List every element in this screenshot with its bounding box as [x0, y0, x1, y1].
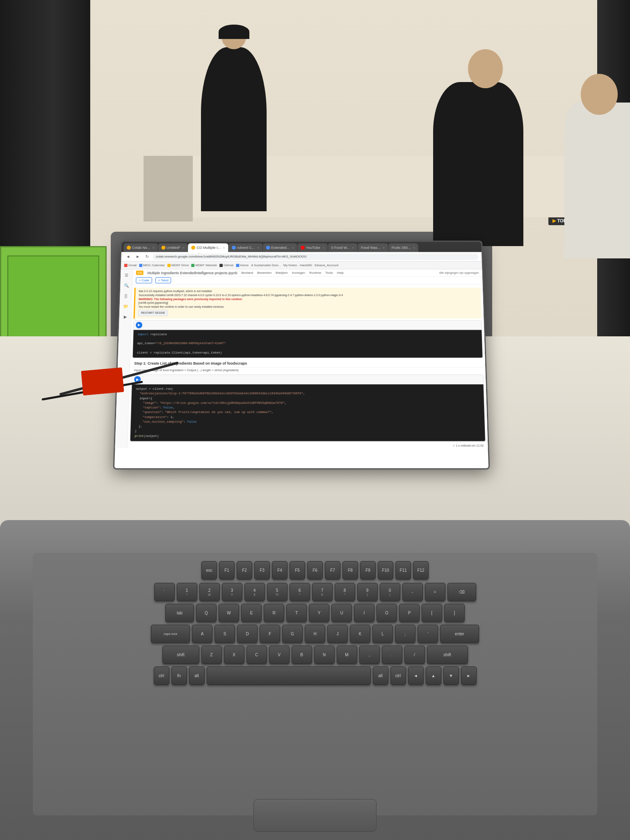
bookmark-calendar[interactable]: MDI1 Calendar — [139, 263, 165, 267]
key-w[interactable]: W — [219, 604, 239, 622]
key-f3[interactable]: F3 — [254, 561, 270, 580]
menu-bestand[interactable]: Bestand — [241, 271, 253, 275]
key-i[interactable]: I — [354, 604, 374, 622]
key-b[interactable]: B — [292, 646, 312, 664]
bookmark-home[interactable]: Home — [236, 263, 249, 267]
key-d[interactable]: D — [237, 625, 258, 643]
key-capslock[interactable]: caps lock — [151, 625, 190, 643]
key-h[interactable]: H — [305, 625, 325, 643]
back-button[interactable]: ◄ — [124, 253, 132, 259]
key-lbracket[interactable]: [ — [422, 604, 442, 622]
key-t[interactable]: T — [286, 604, 307, 622]
key-minus[interactable]: - — [402, 583, 423, 601]
colab-notebook-title[interactable]: Multiple Ingredients ExtendedIntelligenc… — [147, 271, 237, 275]
forward-button[interactable]: ► — [134, 253, 142, 259]
menu-runtime[interactable]: Runtime — [309, 271, 321, 275]
key-u[interactable]: U — [331, 604, 352, 622]
bookmark-gmail[interactable]: Gmail — [124, 263, 137, 267]
key-period[interactable]: . — [382, 646, 402, 664]
key-p[interactable]: P — [399, 604, 420, 622]
key-4[interactable]: 4$ — [244, 583, 265, 601]
key-rshift[interactable]: shift — [427, 646, 468, 664]
key-lshift[interactable]: shift — [162, 646, 199, 664]
sidebar-files-icon[interactable]: 📁 — [122, 303, 129, 310]
sidebar-terminal-icon[interactable]: ▶ — [121, 313, 129, 320]
add-code-button[interactable]: + Code — [136, 277, 152, 283]
key-a[interactable]: A — [192, 625, 212, 643]
key-down[interactable]: ▼ — [443, 667, 459, 685]
key-f8[interactable]: F8 — [342, 561, 358, 580]
key-fn[interactable]: fn — [171, 667, 187, 685]
key-f9[interactable]: F9 — [360, 561, 376, 580]
touchpad[interactable] — [253, 799, 377, 832]
key-quote[interactable]: ' — [418, 625, 438, 643]
key-0[interactable]: 0) — [380, 583, 400, 601]
key-f6[interactable]: F6 — [307, 561, 323, 580]
key-rbracket[interactable]: ] — [444, 604, 465, 622]
key-f12[interactable]: F12 — [413, 561, 429, 580]
cell-2-code[interactable]: output = client.run( "andreasjansson/bli… — [130, 384, 485, 441]
menu-bekijken[interactable]: Bekijken — [276, 271, 288, 275]
key-3[interactable]: 3# — [222, 583, 242, 601]
key-backtick[interactable]: ` — [154, 583, 175, 601]
key-r[interactable]: R — [264, 604, 284, 622]
sidebar-search-icon[interactable]: 🔍 — [123, 282, 130, 289]
key-esc[interactable]: esc — [201, 561, 217, 580]
key-semicolon[interactable]: ; — [395, 625, 415, 643]
key-o[interactable]: O — [377, 604, 397, 622]
key-y[interactable]: Y — [309, 604, 329, 622]
menu-tools[interactable]: Tools — [325, 271, 333, 275]
tab-extended[interactable]: Extended... × — [263, 243, 297, 252]
bookmark-drive[interactable]: MDEF Drive — [167, 263, 189, 267]
menu-bewerken[interactable]: Bewerken — [257, 271, 272, 275]
key-f5[interactable]: F5 — [290, 561, 305, 580]
key-z[interactable]: Z — [201, 646, 222, 664]
key-f1[interactable]: F1 — [219, 561, 235, 580]
key-right[interactable]: ► — [461, 667, 477, 685]
key-rctrl[interactable]: ctrl — [390, 667, 406, 685]
key-left[interactable]: ◄ — [408, 667, 424, 685]
key-g[interactable]: G — [282, 625, 303, 643]
key-backspace[interactable]: ⌫ — [447, 583, 476, 601]
key-lalt[interactable]: alt — [189, 667, 205, 685]
restart-session-button[interactable]: RESTART SESSIE — [138, 310, 168, 316]
bookmark-elisava[interactable]: Elisava_Account — [315, 263, 338, 267]
key-slash[interactable]: / — [404, 646, 425, 664]
key-f11[interactable]: F11 — [395, 561, 411, 580]
key-8[interactable]: 8* — [335, 583, 355, 601]
key-equals[interactable]: = — [425, 583, 445, 601]
tab-food1[interactable]: 0 Food W... × — [328, 243, 358, 252]
key-7[interactable]: 7& — [312, 583, 333, 601]
key-s[interactable]: S — [215, 625, 235, 643]
key-up[interactable]: ▲ — [426, 667, 441, 685]
key-f7[interactable]: F7 — [325, 561, 340, 580]
key-q[interactable]: Q — [196, 604, 217, 622]
key-f4[interactable]: F4 — [272, 561, 288, 580]
key-l[interactable]: L — [372, 625, 393, 643]
add-text-button[interactable]: + Tekst — [155, 277, 171, 283]
run-cell-1-button[interactable]: ▶ — [136, 322, 142, 328]
key-5[interactable]: 5% — [267, 583, 288, 601]
key-c[interactable]: C — [247, 646, 267, 664]
tab-youtube[interactable]: YouTube × — [297, 243, 328, 252]
key-enter[interactable]: enter — [440, 625, 479, 643]
tab-colab-1[interactable]: Colab No... × — [123, 243, 158, 252]
tab-multiple-active[interactable]: CO Multiple I... × — [188, 243, 228, 252]
tab-untitled[interactable]: Untitled* × — [158, 243, 188, 252]
menu-help[interactable]: Help — [337, 271, 343, 275]
address-bar[interactable]: colab.research.google.com/drive/1nid8N92… — [153, 253, 479, 260]
key-x[interactable]: X — [224, 646, 244, 664]
key-f[interactable]: F — [260, 625, 280, 643]
menu-invoegen[interactable]: Invoegen — [292, 271, 305, 275]
key-lctrl[interactable]: ctrl — [154, 667, 169, 685]
bookmark-github[interactable]: GitHub — [219, 263, 233, 267]
key-v[interactable]: V — [269, 646, 290, 664]
bookmark-website[interactable]: MDEF Website — [191, 263, 217, 267]
key-j[interactable]: J — [327, 625, 348, 643]
sidebar-toc-icon[interactable]: ☰ — [123, 272, 130, 278]
key-ralt[interactable]: alt — [373, 667, 388, 685]
key-m[interactable]: M — [337, 646, 357, 664]
reload-button[interactable]: ↻ — [144, 253, 150, 259]
tab-advent[interactable]: Advent C... × — [228, 243, 262, 252]
key-f2[interactable]: F2 — [237, 561, 252, 580]
